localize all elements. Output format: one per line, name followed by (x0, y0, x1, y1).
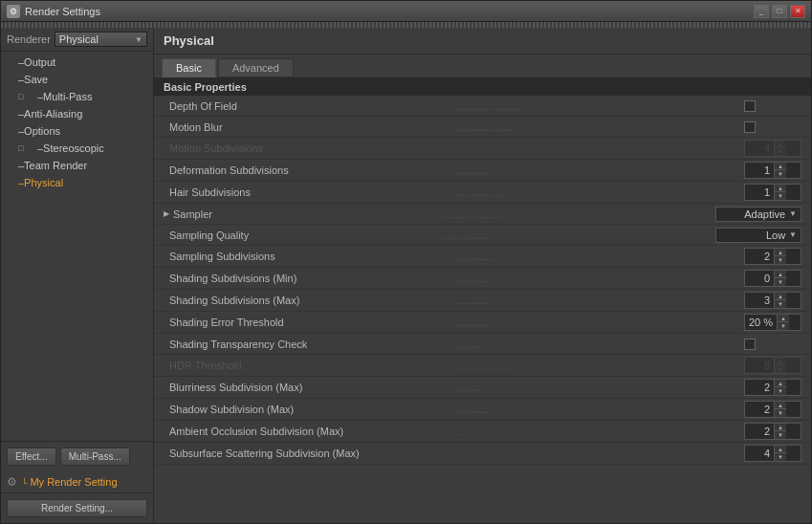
shadow-subdivision-max-up[interactable]: ▲ (775, 402, 786, 409)
nav-items: –Output –Save □ –Multi-Pass (1, 52, 153, 441)
hair-subdivisions-up[interactable]: ▲ (775, 185, 786, 192)
motion-subdivisions-arrows: ▲ ▼ (774, 141, 786, 156)
hair-subdivisions-down[interactable]: ▼ (775, 192, 786, 200)
close-button[interactable]: ✕ (790, 5, 805, 18)
sampler-dropdown-arrow-icon: ▼ (789, 209, 797, 218)
shadow-subdivision-max-val: 2 (745, 403, 774, 416)
prop-shading-subdivisions-max: Shading Subdivisions (Max) ........... 3… (154, 290, 811, 312)
shading-subdivisions-max-value: 3 ▲ ▼ (744, 292, 801, 309)
hdr-threshold-dots: ................... (457, 360, 745, 371)
sampling-subdivisions-label: Sampling Subdivisions (169, 251, 457, 262)
shading-subdivisions-max-dots: ........... (457, 295, 745, 306)
section-basic-header: Basic Properties (154, 78, 811, 96)
hdr-threshold-down[interactable]: ▼ (775, 365, 786, 373)
sampling-subdivisions-up[interactable]: ▲ (775, 249, 786, 256)
sidebar: Renderer Physical ▼ –Output –Save (1, 28, 154, 523)
my-render-link[interactable]: └ My Render Setting (21, 476, 118, 488)
shading-subdivisions-max-down[interactable]: ▼ (775, 300, 786, 308)
ambient-occlusion-subdivision-max-spinner[interactable]: 2 ▲ ▼ (744, 423, 801, 440)
maximize-button[interactable]: □ (772, 5, 787, 18)
gear-icon: ⚙ (7, 475, 17, 489)
motion-subdivisions-dots: ................. (457, 142, 745, 154)
hair-subdivisions-spinner[interactable]: 1 ▲ ▼ (744, 184, 801, 201)
sampling-subdivisions-arrows: ▲ ▼ (774, 249, 786, 264)
hdr-threshold-spinner[interactable]: 8 ▲ ▼ (744, 357, 801, 374)
sidebar-item-teamrender[interactable]: –Team Render (1, 157, 153, 174)
prop-hair-subdivisions: Hair Subdivisions ................. 1 ▲ … (154, 182, 811, 204)
sampling-quality-val: Low (720, 229, 785, 241)
subsurface-scattering-subdivision-max-down[interactable]: ▼ (775, 453, 786, 461)
shading-error-threshold-up[interactable]: ▲ (778, 315, 789, 322)
sidebar-item-physical[interactable]: –Physical (1, 174, 153, 191)
sampling-subdivisions-spinner[interactable]: 2 ▲ ▼ (744, 248, 801, 265)
renderer-dropdown[interactable]: Physical ▼ (55, 32, 147, 47)
prop-deformation-subdivisions: Deformation Subdivisions ............ 1 … (154, 160, 811, 182)
deformation-subdivisions-spinner[interactable]: 1 ▲ ▼ (744, 162, 801, 179)
effect-button[interactable]: Effect... (7, 448, 56, 466)
hair-subdivisions-val: 1 (745, 186, 774, 199)
shadow-subdivision-dots: ............ (457, 404, 745, 415)
deformation-subdivisions-down[interactable]: ▼ (775, 170, 786, 178)
shading-error-threshold-down[interactable]: ▼ (778, 322, 789, 330)
shading-subdivisions-max-label: Shading Subdivisions (Max) (169, 295, 457, 306)
section-basic-label: Basic Properties (164, 81, 247, 93)
sidebar-item-antialiasing[interactable]: –Anti-Aliasing (1, 105, 153, 122)
save-label: –Save (18, 74, 48, 85)
sampler-dropdown[interactable]: Adaptive ▼ (715, 207, 801, 222)
tab-basic[interactable]: Basic (162, 58, 216, 77)
sidebar-item-output[interactable]: –Output (1, 54, 153, 71)
shadow-subdivision-max-down[interactable]: ▼ (775, 409, 786, 417)
shading-subdivisions-min-up[interactable]: ▲ (775, 271, 786, 278)
blurriness-subdivision-max-spinner[interactable]: 2 ▲ ▼ (744, 379, 801, 396)
prop-shading-transparency-check: Shading Transparency Check ......... (154, 334, 811, 355)
depth-of-field-checkbox[interactable] (744, 100, 756, 112)
hdr-threshold-value: 8 ▲ ▼ (744, 357, 801, 374)
ambient-occlusion-subdivision-max-down[interactable]: ▼ (775, 431, 786, 439)
window-controls: _ □ ✕ (754, 5, 805, 18)
deformation-subdivisions-up[interactable]: ▲ (775, 163, 786, 170)
sidebar-item-save[interactable]: –Save (1, 71, 153, 88)
motion-blur-checkbox[interactable] (744, 121, 756, 133)
motion-subdivisions-value: 4 ▲ ▼ (744, 140, 801, 157)
shading-subdivisions-max-up[interactable]: ▲ (775, 293, 786, 300)
sidebar-item-multipass-wrapper: □ –Multi-Pass (1, 88, 153, 105)
sidebar-item-multipass[interactable]: □ –Multi-Pass (1, 88, 153, 105)
motion-subdivisions-up[interactable]: ▲ (775, 141, 786, 148)
shading-subdivisions-min-spinner[interactable]: 0 ▲ ▼ (744, 270, 801, 287)
motion-subdivisions-spinner[interactable]: 4 ▲ ▼ (744, 140, 801, 157)
shadow-subdivision-max-value: 2 ▲ ▼ (744, 401, 801, 418)
render-setting-button[interactable]: Render Setting... (7, 499, 147, 517)
blurriness-subdivision-max-up[interactable]: ▲ (775, 380, 786, 387)
motion-subdivisions-down[interactable]: ▼ (775, 148, 786, 156)
tab-advanced[interactable]: Advanced (218, 58, 294, 77)
multipass-button[interactable]: Multi-Pass... (60, 448, 130, 466)
prop-ambient-occlusion-subdivision-max: Ambient Occlusion Subdivision (Max) .. 2… (154, 421, 811, 443)
shading-subdivisions-max-spinner[interactable]: 3 ▲ ▼ (744, 292, 801, 309)
shading-error-threshold-spinner[interactable]: 20 % ▲ ▼ (744, 314, 801, 331)
teamrender-label: –Team Render (18, 160, 87, 171)
subsurface-scattering-subdivision-max-up[interactable]: ▲ (775, 446, 786, 453)
sampler-dots: .................... (445, 208, 716, 220)
sampling-quality-dropdown[interactable]: Low ▼ (715, 228, 801, 243)
prop-blurriness-subdivision-max: Blurriness Subdivision (Max) ......... 2… (154, 377, 811, 399)
shading-subdivisions-min-down[interactable]: ▼ (775, 278, 786, 286)
sampling-subdivisions-down[interactable]: ▼ (775, 256, 786, 264)
prop-sampler: ▶ Sampler .................... Adaptive … (154, 204, 811, 225)
ambient-occlusion-subdivision-max-up[interactable]: ▲ (775, 424, 786, 431)
hdr-threshold-up[interactable]: ▲ (775, 358, 786, 365)
shading-transparency-checkbox[interactable] (744, 338, 756, 350)
sidebar-item-options[interactable]: –Options (1, 122, 153, 140)
gear-area: ⚙ └ My Render Setting (1, 471, 153, 492)
subsurface-scattering-subdivision-max-spinner[interactable]: 4 ▲ ▼ (744, 445, 801, 462)
sampler-label: Sampler (173, 208, 445, 220)
prop-motion-blur: Motion Blur .................... (154, 117, 811, 138)
minimize-button[interactable]: _ (754, 5, 769, 18)
shadow-subdivision-max-label: Shadow Subdivision (Max) (169, 404, 457, 415)
shadow-subdivision-max-spinner[interactable]: 2 ▲ ▼ (744, 401, 801, 418)
renderer-label: Renderer (7, 33, 51, 45)
sidebar-item-save-wrapper: –Save (1, 71, 153, 88)
sampler-triangle-icon[interactable]: ▶ (164, 209, 169, 218)
blurriness-subdivision-max-down[interactable]: ▼ (775, 387, 786, 395)
blurriness-subdivision-max-label: Blurriness Subdivision (Max) (169, 382, 457, 393)
sidebar-item-stereoscopic[interactable]: □ –Stereoscopic (1, 140, 153, 157)
